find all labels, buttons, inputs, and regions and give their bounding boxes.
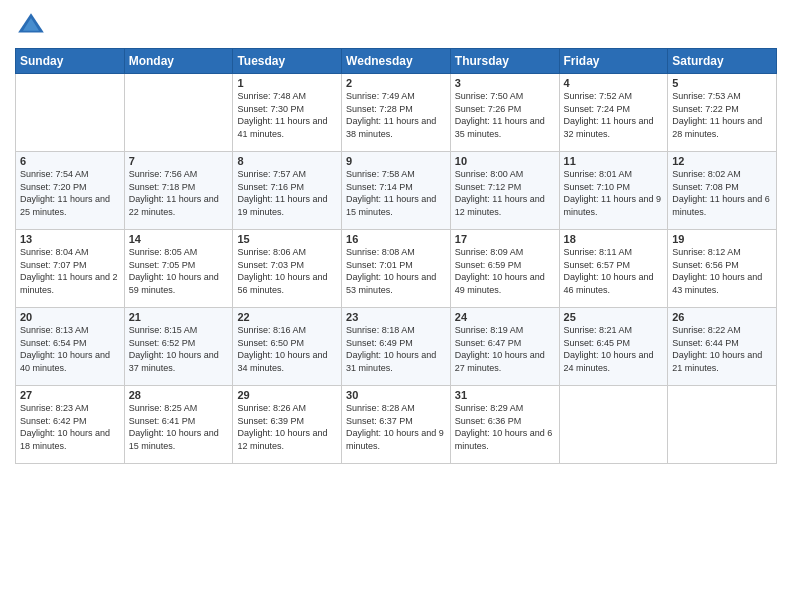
day-number: 17 [455, 233, 555, 245]
day-number: 10 [455, 155, 555, 167]
day-cell: 12Sunrise: 8:02 AM Sunset: 7:08 PM Dayli… [668, 152, 777, 230]
day-cell: 25Sunrise: 8:21 AM Sunset: 6:45 PM Dayli… [559, 308, 668, 386]
day-number: 3 [455, 77, 555, 89]
day-info: Sunrise: 8:00 AM Sunset: 7:12 PM Dayligh… [455, 168, 555, 218]
week-row-5: 27Sunrise: 8:23 AM Sunset: 6:42 PM Dayli… [16, 386, 777, 464]
day-cell: 27Sunrise: 8:23 AM Sunset: 6:42 PM Dayli… [16, 386, 125, 464]
calendar-page: SundayMondayTuesdayWednesdayThursdayFrid… [0, 0, 792, 612]
week-row-2: 6Sunrise: 7:54 AM Sunset: 7:20 PM Daylig… [16, 152, 777, 230]
day-info: Sunrise: 7:56 AM Sunset: 7:18 PM Dayligh… [129, 168, 229, 218]
day-cell: 2Sunrise: 7:49 AM Sunset: 7:28 PM Daylig… [342, 74, 451, 152]
day-cell: 5Sunrise: 7:53 AM Sunset: 7:22 PM Daylig… [668, 74, 777, 152]
day-header-saturday: Saturday [668, 49, 777, 74]
day-number: 28 [129, 389, 229, 401]
day-number: 5 [672, 77, 772, 89]
day-info: Sunrise: 7:54 AM Sunset: 7:20 PM Dayligh… [20, 168, 120, 218]
day-info: Sunrise: 8:09 AM Sunset: 6:59 PM Dayligh… [455, 246, 555, 296]
day-number: 19 [672, 233, 772, 245]
day-info: Sunrise: 8:21 AM Sunset: 6:45 PM Dayligh… [564, 324, 664, 374]
day-number: 31 [455, 389, 555, 401]
day-cell: 8Sunrise: 7:57 AM Sunset: 7:16 PM Daylig… [233, 152, 342, 230]
day-cell: 4Sunrise: 7:52 AM Sunset: 7:24 PM Daylig… [559, 74, 668, 152]
day-number: 29 [237, 389, 337, 401]
day-cell: 29Sunrise: 8:26 AM Sunset: 6:39 PM Dayli… [233, 386, 342, 464]
day-number: 30 [346, 389, 446, 401]
day-number: 16 [346, 233, 446, 245]
day-info: Sunrise: 8:26 AM Sunset: 6:39 PM Dayligh… [237, 402, 337, 452]
day-info: Sunrise: 8:01 AM Sunset: 7:10 PM Dayligh… [564, 168, 664, 218]
day-cell: 18Sunrise: 8:11 AM Sunset: 6:57 PM Dayli… [559, 230, 668, 308]
day-info: Sunrise: 8:25 AM Sunset: 6:41 PM Dayligh… [129, 402, 229, 452]
day-number: 23 [346, 311, 446, 323]
day-number: 12 [672, 155, 772, 167]
day-info: Sunrise: 8:06 AM Sunset: 7:03 PM Dayligh… [237, 246, 337, 296]
day-info: Sunrise: 8:29 AM Sunset: 6:36 PM Dayligh… [455, 402, 555, 452]
day-cell: 26Sunrise: 8:22 AM Sunset: 6:44 PM Dayli… [668, 308, 777, 386]
day-info: Sunrise: 7:57 AM Sunset: 7:16 PM Dayligh… [237, 168, 337, 218]
day-cell: 7Sunrise: 7:56 AM Sunset: 7:18 PM Daylig… [124, 152, 233, 230]
calendar-table: SundayMondayTuesdayWednesdayThursdayFrid… [15, 48, 777, 464]
day-number: 18 [564, 233, 664, 245]
day-info: Sunrise: 8:02 AM Sunset: 7:08 PM Dayligh… [672, 168, 772, 218]
day-cell: 31Sunrise: 8:29 AM Sunset: 6:36 PM Dayli… [450, 386, 559, 464]
day-number: 27 [20, 389, 120, 401]
week-row-1: 1Sunrise: 7:48 AM Sunset: 7:30 PM Daylig… [16, 74, 777, 152]
day-info: Sunrise: 8:22 AM Sunset: 6:44 PM Dayligh… [672, 324, 772, 374]
day-cell: 11Sunrise: 8:01 AM Sunset: 7:10 PM Dayli… [559, 152, 668, 230]
day-info: Sunrise: 7:49 AM Sunset: 7:28 PM Dayligh… [346, 90, 446, 140]
day-number: 20 [20, 311, 120, 323]
day-cell [559, 386, 668, 464]
day-cell: 28Sunrise: 8:25 AM Sunset: 6:41 PM Dayli… [124, 386, 233, 464]
day-number: 1 [237, 77, 337, 89]
day-cell: 9Sunrise: 7:58 AM Sunset: 7:14 PM Daylig… [342, 152, 451, 230]
day-number: 13 [20, 233, 120, 245]
day-info: Sunrise: 8:11 AM Sunset: 6:57 PM Dayligh… [564, 246, 664, 296]
day-cell: 6Sunrise: 7:54 AM Sunset: 7:20 PM Daylig… [16, 152, 125, 230]
day-number: 4 [564, 77, 664, 89]
day-header-monday: Monday [124, 49, 233, 74]
header [15, 10, 777, 42]
day-number: 8 [237, 155, 337, 167]
day-number: 11 [564, 155, 664, 167]
day-header-thursday: Thursday [450, 49, 559, 74]
day-info: Sunrise: 8:19 AM Sunset: 6:47 PM Dayligh… [455, 324, 555, 374]
day-cell: 10Sunrise: 8:00 AM Sunset: 7:12 PM Dayli… [450, 152, 559, 230]
day-number: 7 [129, 155, 229, 167]
day-number: 22 [237, 311, 337, 323]
day-info: Sunrise: 8:05 AM Sunset: 7:05 PM Dayligh… [129, 246, 229, 296]
day-cell: 21Sunrise: 8:15 AM Sunset: 6:52 PM Dayli… [124, 308, 233, 386]
day-header-tuesday: Tuesday [233, 49, 342, 74]
day-header-wednesday: Wednesday [342, 49, 451, 74]
day-cell: 16Sunrise: 8:08 AM Sunset: 7:01 PM Dayli… [342, 230, 451, 308]
day-header-friday: Friday [559, 49, 668, 74]
day-cell: 24Sunrise: 8:19 AM Sunset: 6:47 PM Dayli… [450, 308, 559, 386]
day-info: Sunrise: 8:23 AM Sunset: 6:42 PM Dayligh… [20, 402, 120, 452]
day-number: 6 [20, 155, 120, 167]
day-cell: 17Sunrise: 8:09 AM Sunset: 6:59 PM Dayli… [450, 230, 559, 308]
day-info: Sunrise: 8:18 AM Sunset: 6:49 PM Dayligh… [346, 324, 446, 374]
day-info: Sunrise: 7:52 AM Sunset: 7:24 PM Dayligh… [564, 90, 664, 140]
day-cell: 15Sunrise: 8:06 AM Sunset: 7:03 PM Dayli… [233, 230, 342, 308]
day-cell: 20Sunrise: 8:13 AM Sunset: 6:54 PM Dayli… [16, 308, 125, 386]
day-number: 9 [346, 155, 446, 167]
week-row-3: 13Sunrise: 8:04 AM Sunset: 7:07 PM Dayli… [16, 230, 777, 308]
day-info: Sunrise: 8:15 AM Sunset: 6:52 PM Dayligh… [129, 324, 229, 374]
day-cell: 13Sunrise: 8:04 AM Sunset: 7:07 PM Dayli… [16, 230, 125, 308]
day-cell [124, 74, 233, 152]
day-info: Sunrise: 8:04 AM Sunset: 7:07 PM Dayligh… [20, 246, 120, 296]
day-info: Sunrise: 8:08 AM Sunset: 7:01 PM Dayligh… [346, 246, 446, 296]
day-number: 2 [346, 77, 446, 89]
day-info: Sunrise: 8:12 AM Sunset: 6:56 PM Dayligh… [672, 246, 772, 296]
day-info: Sunrise: 8:28 AM Sunset: 6:37 PM Dayligh… [346, 402, 446, 452]
day-number: 14 [129, 233, 229, 245]
day-cell: 19Sunrise: 8:12 AM Sunset: 6:56 PM Dayli… [668, 230, 777, 308]
day-cell: 23Sunrise: 8:18 AM Sunset: 6:49 PM Dayli… [342, 308, 451, 386]
day-info: Sunrise: 7:53 AM Sunset: 7:22 PM Dayligh… [672, 90, 772, 140]
day-info: Sunrise: 8:13 AM Sunset: 6:54 PM Dayligh… [20, 324, 120, 374]
day-cell: 1Sunrise: 7:48 AM Sunset: 7:30 PM Daylig… [233, 74, 342, 152]
day-number: 25 [564, 311, 664, 323]
day-info: Sunrise: 7:50 AM Sunset: 7:26 PM Dayligh… [455, 90, 555, 140]
day-cell: 3Sunrise: 7:50 AM Sunset: 7:26 PM Daylig… [450, 74, 559, 152]
day-cell: 30Sunrise: 8:28 AM Sunset: 6:37 PM Dayli… [342, 386, 451, 464]
day-info: Sunrise: 7:48 AM Sunset: 7:30 PM Dayligh… [237, 90, 337, 140]
